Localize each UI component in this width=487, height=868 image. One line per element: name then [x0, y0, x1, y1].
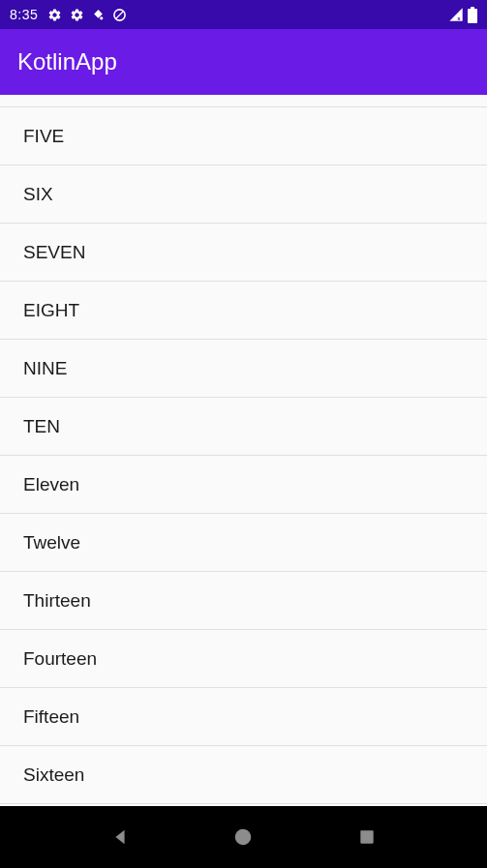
list-item[interactable]: Fourteen: [0, 630, 487, 688]
recents-button[interactable]: [353, 823, 380, 851]
back-button[interactable]: [107, 823, 134, 851]
circle-slash-icon: [112, 8, 127, 22]
list-item-label: SEVEN: [23, 242, 85, 263]
svg-point-5: [235, 829, 252, 846]
app-title: KotlinApp: [17, 48, 117, 75]
list-item-partial[interactable]: [0, 95, 487, 107]
svg-rect-6: [360, 830, 373, 843]
navigation-bar: [0, 806, 487, 868]
list-item-label: TEN: [23, 416, 60, 437]
status-time: 8:35: [10, 7, 38, 22]
list-item-label: EIGHT: [23, 300, 79, 321]
signal-icon: x: [448, 7, 464, 22]
list-item-label: Twelve: [23, 532, 80, 554]
list-item-label: Eleven: [23, 474, 79, 495]
list-item-label: FIVE: [23, 126, 64, 147]
app-bar: KotlinApp: [0, 29, 487, 95]
list-view[interactable]: FIVE SIX SEVEN EIGHT NINE TEN Eleven Twe…: [0, 95, 487, 806]
battery-icon: [468, 7, 477, 23]
home-button[interactable]: [229, 823, 257, 851]
status-bar-left: 8:35: [10, 7, 127, 22]
list-item[interactable]: FIVE: [0, 107, 487, 165]
list-item-label: Sixteen: [23, 764, 84, 786]
list-item-label: Fourteen: [23, 648, 97, 670]
list-item[interactable]: SIX: [0, 165, 487, 224]
list-item[interactable]: Fifteen: [0, 688, 487, 746]
list-item[interactable]: TEN: [0, 398, 487, 456]
list-item-label: Thirteen: [23, 590, 91, 612]
status-bar: 8:35 x: [0, 0, 487, 29]
list-item-label: SIX: [23, 184, 53, 205]
list-item[interactable]: EIGHT: [0, 282, 487, 340]
gear-icon: [47, 8, 62, 22]
svg-rect-3: [468, 9, 477, 23]
list-item[interactable]: Twelve: [0, 514, 487, 572]
status-bar-right: x: [448, 7, 477, 23]
list-item[interactable]: NINE: [0, 340, 487, 398]
gear-icon: [70, 8, 84, 22]
list-item[interactable]: SEVEN: [0, 224, 487, 282]
list-item[interactable]: Sixteen: [0, 746, 487, 804]
svg-rect-4: [471, 7, 474, 10]
list-item[interactable]: Eleven: [0, 456, 487, 514]
list-item-label: Fifteen: [23, 706, 79, 728]
debug-icon: [92, 9, 105, 21]
svg-point-0: [100, 16, 103, 19]
list-item[interactable]: Thirteen: [0, 572, 487, 630]
list-item-label: NINE: [23, 358, 67, 379]
status-icons-left: [47, 8, 127, 22]
